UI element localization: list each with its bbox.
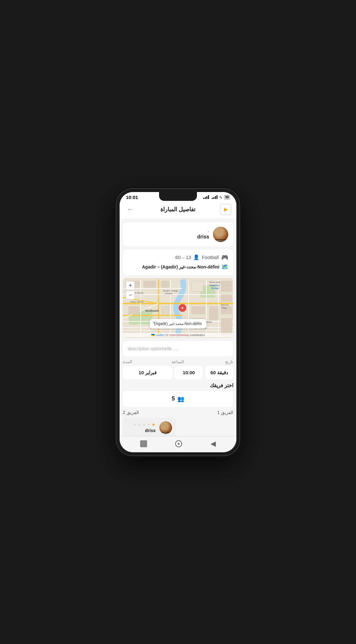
leaflet-flag-icon: 🇺🇦 xyxy=(151,334,156,337)
username: driss xyxy=(197,234,209,240)
zoom-in-button[interactable]: + xyxy=(126,281,135,290)
teams-row: الفريق 1 الفريق 2 xyxy=(123,410,233,415)
signal-bars-icon-2 xyxy=(212,195,217,199)
svg-text:Bridge: Bridge xyxy=(211,287,219,290)
avatar-label: matchy.ma xyxy=(213,239,228,242)
play-button[interactable]: ▶ xyxy=(220,204,231,215)
status-time: 10:01 xyxy=(126,195,138,200)
people-icon: 👥 xyxy=(177,395,184,402)
phone-shell: 10:01 ∿ 98 xyxy=(116,189,240,455)
avatar: matchy.ma xyxy=(213,227,228,242)
battery-icon: 98 xyxy=(224,195,230,200)
svg-text:More Londu...: More Londu... xyxy=(209,281,222,283)
team2-label: الفريق 2 xyxy=(123,410,139,415)
nav-bar: ◀ xyxy=(120,436,236,452)
time-value-box[interactable]: 10:00 xyxy=(175,366,203,379)
map-svg: Union Street Ayres Street King's College… xyxy=(123,278,233,338)
leaflet-link[interactable]: Leaflet xyxy=(155,334,164,337)
player-info: ★ ★ ★ ★ ★ driss xyxy=(127,422,156,433)
nav-back-icon: ◀ xyxy=(211,440,216,448)
nav-square-button[interactable] xyxy=(140,440,147,447)
duration-value: دقيقة 60 xyxy=(211,370,228,375)
svg-text:+: + xyxy=(181,305,184,310)
back-button[interactable]: ← xyxy=(125,204,136,215)
svg-text:Southwark: Southwark xyxy=(145,309,159,312)
svg-text:More L...: More L... xyxy=(209,284,217,286)
osm-link[interactable]: OpenStreetMap xyxy=(169,334,189,337)
play-icon: ▶ xyxy=(224,206,228,212)
nav-home-button[interactable] xyxy=(175,440,182,447)
description-box[interactable]: description optionnelle .... xyxy=(123,341,233,356)
status-icons: ∿ 98 xyxy=(203,195,230,200)
user-row: matchy.ma - driss xyxy=(128,227,228,242)
svg-rect-31 xyxy=(221,318,232,335)
phone-screen: 10:01 ∿ 98 xyxy=(120,192,236,452)
nav-home-dot-icon xyxy=(178,443,180,445)
svg-rect-22 xyxy=(129,306,139,314)
star-5: ★ xyxy=(133,422,137,427)
datetime-labels: تاريخ الساعة المدة xyxy=(123,359,233,364)
time-value: 10:00 xyxy=(183,370,195,375)
svg-rect-20 xyxy=(144,281,156,287)
wifi-icon: ∿ xyxy=(219,195,222,200)
svg-rect-21 xyxy=(162,281,169,287)
duration-value-box[interactable]: دقيقة 60 xyxy=(205,366,234,379)
svg-text:King's College: King's College xyxy=(163,289,178,292)
duration-label: المدة xyxy=(123,359,160,364)
zoom-out-button[interactable]: − xyxy=(126,291,135,299)
notch xyxy=(159,192,197,201)
content-area: matchy.ma - driss 🎮 Football 👤 13 – 60 xyxy=(120,219,236,436)
nav-back-button[interactable]: ◀ xyxy=(211,440,216,448)
svg-rect-24 xyxy=(192,306,205,314)
svg-rect-27 xyxy=(192,281,204,291)
team-section: اختر فريقك 5 👥 الفريق 1 الفريق 2 matchy.… xyxy=(123,382,233,436)
datetime-section: تاريخ الساعة المدة فبراير 10 10:00 دقيقة… xyxy=(123,359,233,379)
svg-rect-25 xyxy=(209,306,218,320)
match-meta: 🎮 Football 👤 13 – 60 🗺️ Non-défini-محدد-… xyxy=(123,250,233,275)
svg-text:Villag...: Villag... xyxy=(221,306,228,309)
back-arrow-icon: ← xyxy=(127,205,134,214)
team-header-label: اختر فريقك xyxy=(123,382,233,388)
map-container[interactable]: Union Street Ayres Street King's College… xyxy=(123,278,233,338)
team-count: 5 xyxy=(172,395,175,402)
popup-close-button[interactable]: ✕ xyxy=(152,320,156,325)
sport-text: Football xyxy=(202,255,219,260)
svg-rect-28 xyxy=(221,281,232,291)
page-title: تفاصيل المباراة xyxy=(160,206,195,213)
location-row: 🗺️ Non-défini-محدد-غير (Agadir) – Agadir xyxy=(128,263,228,270)
app-header: ← تفاصيل المباراة ▶ xyxy=(120,201,236,219)
svg-text:Union Street: Union Street xyxy=(130,300,144,303)
people-icon: 👤 xyxy=(193,254,199,260)
svg-text:Bermon: Bermon xyxy=(221,304,228,306)
player-avatar: matchy.ma xyxy=(159,421,172,434)
team-count-box[interactable]: 5 👥 xyxy=(123,391,233,407)
map-icon: 🗺️ xyxy=(221,263,228,270)
player-avatar-label: matchy.ma xyxy=(159,432,172,434)
map-controls: + − xyxy=(126,281,135,299)
player-name: driss xyxy=(145,428,156,433)
map-popup: ✕ Non-défini-محدد-غير (Agadir) xyxy=(150,319,206,328)
signal-bars-icon xyxy=(203,195,209,199)
date-label: تاريخ xyxy=(196,359,233,364)
map-attribution: 🇺🇦 Leaflet | © OpenStreetMap contributor… xyxy=(123,333,233,337)
svg-rect-23 xyxy=(162,306,169,314)
stars-row: ★ ★ ★ ★ ★ xyxy=(127,422,156,427)
star-2: ★ xyxy=(147,422,151,427)
description-placeholder: description optionnelle .... xyxy=(128,346,178,351)
location-text: Non-défini-محدد-غير (Agadir) – Agadir xyxy=(142,264,219,269)
date-value-box[interactable]: فبراير 10 xyxy=(123,366,172,379)
star-4: ★ xyxy=(137,422,141,427)
user-dash: - xyxy=(197,229,209,234)
datetime-values: فبراير 10 10:00 دقيقة 60 xyxy=(123,366,233,379)
age-range: 13 – 60 xyxy=(175,255,191,260)
popup-text: Non-défini-محدد-غير (Agadir) xyxy=(154,322,202,326)
svg-text:London: London xyxy=(164,292,172,295)
gamepad-icon: 🎮 xyxy=(221,254,228,261)
user-card: matchy.ma - driss xyxy=(123,222,233,246)
star-3: ★ xyxy=(142,422,146,427)
team1-label: الفريق 1 xyxy=(217,410,233,415)
time-label: الساعة xyxy=(160,359,197,364)
sport-row: 🎮 Football 👤 13 – 60 xyxy=(128,254,228,261)
date-value: فبراير 10 xyxy=(139,370,157,375)
svg-rect-29 xyxy=(221,294,232,302)
